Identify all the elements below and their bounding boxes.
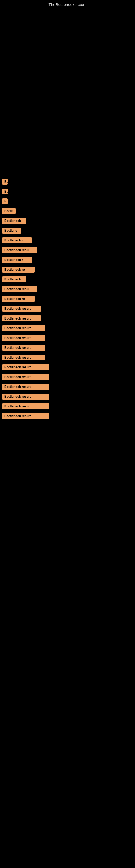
result-row: Bottleneck r	[0, 257, 135, 264]
bottleneck-result-badge[interactable]: Bottleneck re	[2, 296, 35, 302]
result-row: Bottleneck result	[0, 315, 135, 322]
result-row: B	[0, 198, 135, 205]
result-row: Bottleneck	[0, 218, 135, 225]
result-row: B	[0, 188, 135, 195]
result-row: Bottleneck result	[0, 403, 135, 410]
bottleneck-result-badge[interactable]: Bottleneck	[2, 218, 27, 224]
bottleneck-result-badge[interactable]: B	[2, 198, 8, 204]
result-row: Bottle	[0, 208, 135, 215]
result-row: Bottleneck result	[0, 325, 135, 332]
result-row: Bottleneck result	[0, 364, 135, 371]
bottleneck-result-badge[interactable]: Bottle	[2, 208, 16, 214]
result-row: Bottleneck resu	[0, 247, 135, 254]
result-row: Bottleneck result	[0, 335, 135, 342]
result-row: Bottleneck result	[0, 374, 135, 381]
bottleneck-result-badge[interactable]: Bottleneck resu	[2, 247, 37, 253]
main-chart-area	[0, 8, 135, 176]
bottleneck-result-badge[interactable]: Bottleneck result	[2, 345, 45, 351]
result-row: Bottleneck	[0, 276, 135, 283]
bottleneck-result-badge[interactable]: Bottleneck resu	[2, 286, 37, 292]
result-row: Bottleneck re	[0, 267, 135, 274]
bottleneck-result-badge[interactable]: B	[2, 179, 8, 185]
bottleneck-result-badge[interactable]: Bottleneck result	[2, 403, 49, 409]
bottleneck-result-badge[interactable]: Bottleneck result	[2, 325, 45, 331]
bottleneck-result-badge[interactable]: Bottleneck	[2, 276, 27, 282]
bottleneck-result-badge[interactable]: Bottleneck result	[2, 315, 41, 321]
bottleneck-result-badge[interactable]: Bottleneck result	[2, 374, 49, 380]
bottleneck-result-badge[interactable]: Bottleneck result	[2, 335, 45, 341]
result-row: Bottleneck r	[0, 237, 135, 244]
site-title: TheBottlenecker.com	[0, 0, 135, 8]
result-row: Bottleneck re	[0, 296, 135, 303]
bottleneck-result-badge[interactable]: Bottleneck result	[2, 306, 41, 312]
result-row: B	[0, 179, 135, 186]
bottleneck-result-badge[interactable]: Bottleneck result	[2, 354, 45, 361]
bottleneck-result-badge[interactable]: B	[2, 188, 8, 194]
bottleneck-result-badge[interactable]: Bottleneck result	[2, 413, 49, 419]
bottleneck-result-badge[interactable]: Bottleneck re	[2, 267, 35, 273]
bottleneck-result-badge[interactable]: Bottleneck r	[2, 237, 32, 243]
bottleneck-result-badge[interactable]: Bottleneck result	[2, 364, 49, 370]
bottleneck-result-badge[interactable]: Bottlene	[2, 227, 21, 234]
bottleneck-result-badge[interactable]: Bottleneck r	[2, 257, 32, 263]
bottleneck-result-badge[interactable]: Bottleneck result	[2, 384, 49, 390]
bottleneck-result-badge[interactable]: Bottleneck result	[2, 394, 49, 400]
result-row: Bottlene	[0, 227, 135, 235]
result-row: Bottleneck resu	[0, 286, 135, 293]
result-row: Bottleneck result	[0, 413, 135, 420]
result-row: Bottleneck result	[0, 394, 135, 401]
results-section: BBBBottleBottleneckBottleneBottleneck rB…	[0, 179, 135, 428]
result-row: Bottleneck result	[0, 306, 135, 313]
result-row: Bottleneck result	[0, 384, 135, 391]
result-row: Bottleneck result	[0, 345, 135, 352]
result-row: Bottleneck result	[0, 354, 135, 362]
